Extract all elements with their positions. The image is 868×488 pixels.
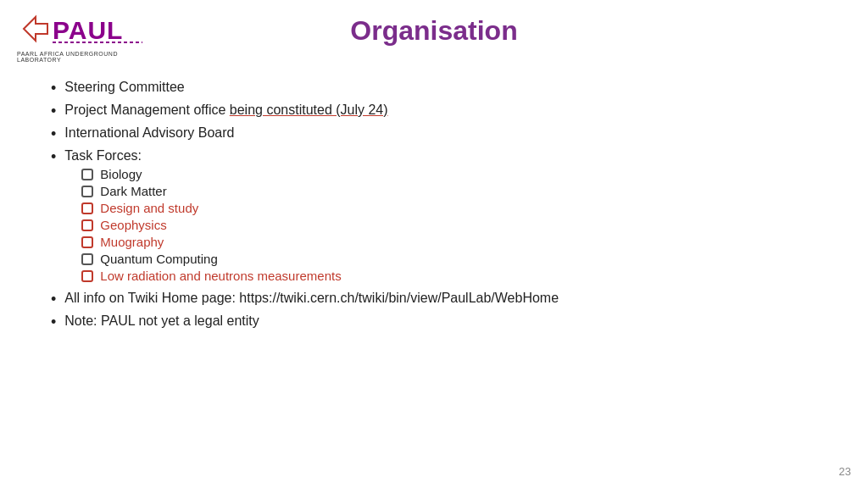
checkbox-biology	[81, 169, 93, 180]
list-item-note: Note: PAUL not yet a legal entity	[51, 313, 817, 331]
low-radiation-label: Low radiation and neutrons measurements	[100, 269, 341, 283]
advisory-text: International Advisory Board	[64, 125, 234, 141]
sublist-muography: Muography	[64, 235, 341, 249]
svg-text:PAUL: PAUL	[53, 16, 123, 44]
muography-label: Muography	[100, 235, 164, 249]
list-item-twiki: All info on Twiki Home page: https://twi…	[51, 291, 817, 308]
paul-logo-svg: PAUL	[17, 8, 148, 49]
svg-marker-0	[24, 17, 47, 41]
note-text: Note: PAUL not yet a legal entity	[64, 313, 259, 329]
checkbox-design-study	[81, 202, 93, 214]
sub-list: Biology Dark Matter Design and study Geo…	[64, 167, 341, 286]
steering-text: Steering Committee	[64, 80, 184, 95]
project-mgmt-text: Project Management office being constitu…	[64, 103, 387, 118]
checkbox-dark-matter	[81, 186, 93, 197]
sublist-biology: Biology	[64, 167, 341, 181]
project-mgmt-underline: being constituted (July 24)	[230, 103, 388, 117]
sublist-geophysics: Geophysics	[64, 218, 341, 232]
list-item-task-forces: Task Forces: Biology Dark Matter Design …	[51, 148, 817, 286]
biology-label: Biology	[100, 167, 142, 181]
list-item-project-mgmt: Project Management office being constitu…	[51, 103, 817, 120]
task-forces-container: Task Forces: Biology Dark Matter Design …	[64, 148, 341, 286]
sublist-quantum: Quantum Computing	[64, 252, 341, 266]
sublist-low-radiation: Low radiation and neutrons measurements	[64, 269, 341, 283]
geophysics-label: Geophysics	[100, 218, 166, 232]
sublist-design-study: Design and study	[64, 201, 341, 215]
logo-subtitle: Paarl Africa Underground Laboratory	[17, 51, 153, 63]
design-study-label: Design and study	[100, 201, 198, 215]
logo-graphic: PAUL	[17, 8, 148, 49]
checkbox-muography	[81, 236, 93, 248]
checkbox-quantum	[81, 253, 93, 265]
logo-area: PAUL Paarl Africa Underground Laboratory	[17, 8, 153, 63]
sublist-dark-matter: Dark Matter	[64, 184, 341, 198]
bullet-list: Steering Committee Project Management of…	[51, 80, 817, 331]
header: PAUL Paarl Africa Underground Laboratory…	[0, 0, 868, 63]
dark-matter-label: Dark Matter	[100, 184, 166, 198]
checkbox-low-radiation	[81, 270, 93, 282]
list-item-advisory: International Advisory Board	[51, 125, 817, 143]
list-item-steering: Steering Committee	[51, 80, 817, 97]
twiki-text: All info on Twiki Home page: https://twi…	[64, 291, 559, 306]
page-title: Organisation	[153, 8, 851, 47]
main-content: Steering Committee Project Management of…	[0, 63, 868, 345]
checkbox-geophysics	[81, 219, 93, 231]
task-forces-label: Task Forces:	[64, 148, 341, 164]
page-number: 23	[839, 465, 851, 478]
project-mgmt-before: Project Management office	[64, 103, 229, 117]
quantum-label: Quantum Computing	[100, 252, 217, 266]
